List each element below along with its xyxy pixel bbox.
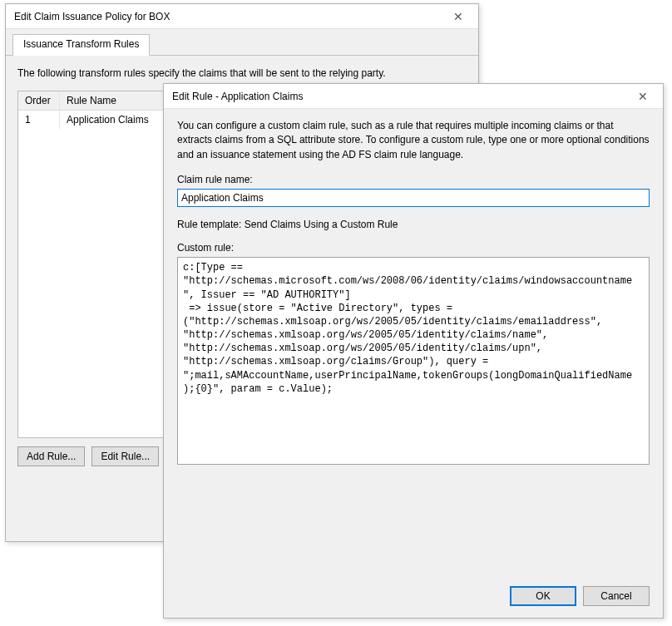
claim-rule-name-label: Claim rule name: [177, 174, 650, 185]
intro-text: You can configure a custom claim rule, s… [177, 119, 650, 162]
column-order[interactable]: Order [18, 91, 60, 110]
dialog-body: You can configure a custom claim rule, s… [164, 109, 663, 578]
claim-rule-name-input[interactable] [177, 189, 650, 207]
ok-button[interactable]: OK [510, 586, 576, 606]
close-icon[interactable]: ✕ [630, 87, 656, 106]
custom-rule-textarea[interactable] [177, 257, 650, 465]
instruction-text: The following transform rules specify th… [17, 67, 467, 79]
add-rule-button[interactable]: Add Rule... [17, 446, 85, 466]
custom-rule-label: Custom rule: [177, 242, 650, 254]
edit-rule-dialog: Edit Rule - Application Claims ✕ You can… [163, 83, 664, 619]
dialog-footer: OK Cancel [164, 578, 663, 618]
rule-template-text: Rule template: Send Claims Using a Custo… [177, 219, 650, 230]
close-icon[interactable]: ✕ [445, 7, 472, 26]
dialog-title: Edit Claim Issuance Policy for BOX [14, 11, 445, 22]
titlebar: Edit Claim Issuance Policy for BOX ✕ [6, 4, 478, 29]
dialog-title: Edit Rule - Application Claims [172, 91, 630, 102]
cancel-button[interactable]: Cancel [583, 586, 650, 606]
tab-issuance-transform-rules[interactable]: Issuance Transform Rules [12, 34, 150, 56]
custom-rule-area [177, 257, 650, 467]
titlebar: Edit Rule - Application Claims ✕ [164, 84, 663, 109]
edit-rule-button[interactable]: Edit Rule... [91, 446, 159, 466]
cell-order: 1 [18, 111, 60, 129]
tabstrip: Issuance Transform Rules [6, 29, 478, 56]
